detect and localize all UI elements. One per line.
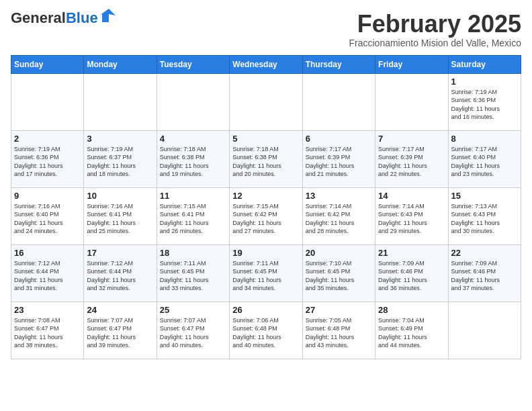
calendar-cell: 5Sunrise: 7:18 AM Sunset: 6:38 PM Daylig…	[230, 130, 302, 187]
svg-marker-0	[99, 9, 116, 22]
calendar-cell	[302, 73, 375, 130]
calendar-cell	[84, 73, 157, 130]
title-area: February 2025 Fraccionamiento Mision del…	[349, 11, 521, 48]
day-info: Sunrise: 7:13 AM Sunset: 6:43 PM Dayligh…	[451, 202, 518, 236]
day-info: Sunrise: 7:17 AM Sunset: 6:40 PM Dayligh…	[451, 145, 518, 179]
day-number: 16	[14, 248, 81, 258]
day-info: Sunrise: 7:19 AM Sunset: 6:36 PM Dayligh…	[451, 88, 518, 122]
column-header-monday: Monday	[84, 55, 157, 73]
calendar-cell	[11, 73, 84, 130]
day-number: 21	[378, 248, 445, 258]
day-info: Sunrise: 7:19 AM Sunset: 6:37 PM Dayligh…	[87, 145, 153, 179]
day-info: Sunrise: 7:17 AM Sunset: 6:39 PM Dayligh…	[378, 145, 445, 179]
column-header-tuesday: Tuesday	[157, 55, 229, 73]
calendar-header-row: SundayMondayTuesdayWednesdayThursdayFrid…	[11, 55, 521, 73]
day-info: Sunrise: 7:09 AM Sunset: 6:46 PM Dayligh…	[451, 259, 518, 293]
day-info: Sunrise: 7:17 AM Sunset: 6:39 PM Dayligh…	[306, 145, 372, 179]
day-info: Sunrise: 7:12 AM Sunset: 6:44 PM Dayligh…	[14, 259, 81, 293]
day-number: 5	[232, 134, 299, 144]
day-number: 10	[87, 191, 153, 201]
day-info: Sunrise: 7:12 AM Sunset: 6:44 PM Dayligh…	[87, 259, 153, 293]
day-number: 2	[14, 134, 81, 144]
day-info: Sunrise: 7:10 AM Sunset: 6:45 PM Dayligh…	[306, 259, 372, 293]
day-info: Sunrise: 7:18 AM Sunset: 6:38 PM Dayligh…	[232, 145, 299, 179]
calendar-cell: 20Sunrise: 7:10 AM Sunset: 6:45 PM Dayli…	[302, 244, 375, 302]
day-number: 1	[451, 77, 518, 87]
calendar-cell	[375, 73, 448, 130]
day-info: Sunrise: 7:11 AM Sunset: 6:45 PM Dayligh…	[232, 259, 299, 293]
day-number: 28	[378, 305, 445, 315]
calendar-cell: 3Sunrise: 7:19 AM Sunset: 6:37 PM Daylig…	[84, 130, 157, 187]
day-number: 18	[160, 248, 226, 258]
calendar-cell	[448, 302, 521, 359]
calendar-cell: 28Sunrise: 7:04 AM Sunset: 6:49 PM Dayli…	[375, 302, 448, 359]
day-number: 25	[160, 305, 226, 315]
day-info: Sunrise: 7:14 AM Sunset: 6:42 PM Dayligh…	[306, 202, 372, 236]
day-info: Sunrise: 7:19 AM Sunset: 6:36 PM Dayligh…	[14, 145, 81, 179]
day-info: Sunrise: 7:15 AM Sunset: 6:41 PM Dayligh…	[160, 202, 226, 236]
calendar-cell: 25Sunrise: 7:07 AM Sunset: 6:47 PM Dayli…	[157, 302, 229, 359]
day-number: 11	[160, 191, 226, 201]
day-number: 27	[306, 305, 372, 315]
calendar-cell: 2Sunrise: 7:19 AM Sunset: 6:36 PM Daylig…	[11, 130, 84, 187]
day-number: 24	[87, 305, 153, 315]
location-title: Fraccionamiento Mision del Valle, Mexico	[349, 38, 521, 48]
day-info: Sunrise: 7:07 AM Sunset: 6:47 PM Dayligh…	[160, 316, 226, 350]
day-info: Sunrise: 7:16 AM Sunset: 6:41 PM Dayligh…	[87, 202, 153, 236]
calendar-cell: 22Sunrise: 7:09 AM Sunset: 6:46 PM Dayli…	[448, 244, 521, 302]
calendar-cell: 8Sunrise: 7:17 AM Sunset: 6:40 PM Daylig…	[448, 130, 521, 187]
calendar-cell: 15Sunrise: 7:13 AM Sunset: 6:43 PM Dayli…	[448, 187, 521, 244]
day-info: Sunrise: 7:06 AM Sunset: 6:48 PM Dayligh…	[232, 316, 299, 350]
logo-text: GeneralBlue	[11, 11, 98, 26]
day-number: 19	[232, 248, 299, 258]
calendar-cell: 16Sunrise: 7:12 AM Sunset: 6:44 PM Dayli…	[11, 244, 84, 302]
calendar-table: SundayMondayTuesdayWednesdayThursdayFrid…	[11, 55, 521, 359]
day-number: 20	[306, 248, 372, 258]
calendar-cell: 7Sunrise: 7:17 AM Sunset: 6:39 PM Daylig…	[375, 130, 448, 187]
day-info: Sunrise: 7:08 AM Sunset: 6:47 PM Dayligh…	[14, 316, 81, 350]
day-number: 22	[451, 248, 518, 258]
logo-arrow-icon	[99, 9, 116, 22]
day-number: 4	[160, 134, 226, 144]
day-info: Sunrise: 7:18 AM Sunset: 6:38 PM Dayligh…	[160, 145, 226, 179]
page-header: GeneralBlue February 2025 Fraccionamient…	[11, 11, 521, 48]
column-header-saturday: Saturday	[448, 55, 521, 73]
calendar-cell	[157, 73, 229, 130]
day-info: Sunrise: 7:09 AM Sunset: 6:46 PM Dayligh…	[378, 259, 445, 293]
calendar-cell: 1Sunrise: 7:19 AM Sunset: 6:36 PM Daylig…	[448, 73, 521, 130]
calendar-cell: 27Sunrise: 7:05 AM Sunset: 6:48 PM Dayli…	[302, 302, 375, 359]
column-header-thursday: Thursday	[302, 55, 375, 73]
calendar-cell: 4Sunrise: 7:18 AM Sunset: 6:38 PM Daylig…	[157, 130, 229, 187]
day-info: Sunrise: 7:15 AM Sunset: 6:42 PM Dayligh…	[232, 202, 299, 236]
day-number: 15	[451, 191, 518, 201]
day-info: Sunrise: 7:16 AM Sunset: 6:40 PM Dayligh…	[14, 202, 81, 236]
day-number: 6	[306, 134, 372, 144]
calendar-cell: 9Sunrise: 7:16 AM Sunset: 6:40 PM Daylig…	[11, 187, 84, 244]
day-number: 9	[14, 191, 81, 201]
day-info: Sunrise: 7:14 AM Sunset: 6:43 PM Dayligh…	[378, 202, 445, 236]
calendar-cell: 17Sunrise: 7:12 AM Sunset: 6:44 PM Dayli…	[84, 244, 157, 302]
day-number: 7	[378, 134, 445, 144]
calendar-week-row: 1Sunrise: 7:19 AM Sunset: 6:36 PM Daylig…	[11, 73, 521, 130]
calendar-cell: 6Sunrise: 7:17 AM Sunset: 6:39 PM Daylig…	[302, 130, 375, 187]
day-number: 12	[232, 191, 299, 201]
day-number: 14	[378, 191, 445, 201]
day-number: 17	[87, 248, 153, 258]
day-number: 26	[232, 305, 299, 315]
calendar-cell: 26Sunrise: 7:06 AM Sunset: 6:48 PM Dayli…	[230, 302, 302, 359]
day-info: Sunrise: 7:05 AM Sunset: 6:48 PM Dayligh…	[306, 316, 372, 350]
calendar-cell: 19Sunrise: 7:11 AM Sunset: 6:45 PM Dayli…	[230, 244, 302, 302]
logo-general: General	[11, 9, 66, 26]
calendar-cell: 24Sunrise: 7:07 AM Sunset: 6:47 PM Dayli…	[84, 302, 157, 359]
calendar-cell: 13Sunrise: 7:14 AM Sunset: 6:42 PM Dayli…	[302, 187, 375, 244]
logo-blue: Blue	[66, 9, 98, 26]
calendar-week-row: 2Sunrise: 7:19 AM Sunset: 6:36 PM Daylig…	[11, 130, 521, 187]
calendar-week-row: 16Sunrise: 7:12 AM Sunset: 6:44 PM Dayli…	[11, 244, 521, 302]
calendar-cell: 21Sunrise: 7:09 AM Sunset: 6:46 PM Dayli…	[375, 244, 448, 302]
calendar-cell: 23Sunrise: 7:08 AM Sunset: 6:47 PM Dayli…	[11, 302, 84, 359]
calendar-week-row: 23Sunrise: 7:08 AM Sunset: 6:47 PM Dayli…	[11, 302, 521, 359]
column-header-wednesday: Wednesday	[230, 55, 302, 73]
calendar-cell: 12Sunrise: 7:15 AM Sunset: 6:42 PM Dayli…	[230, 187, 302, 244]
day-info: Sunrise: 7:04 AM Sunset: 6:49 PM Dayligh…	[378, 316, 445, 350]
calendar-cell: 14Sunrise: 7:14 AM Sunset: 6:43 PM Dayli…	[375, 187, 448, 244]
